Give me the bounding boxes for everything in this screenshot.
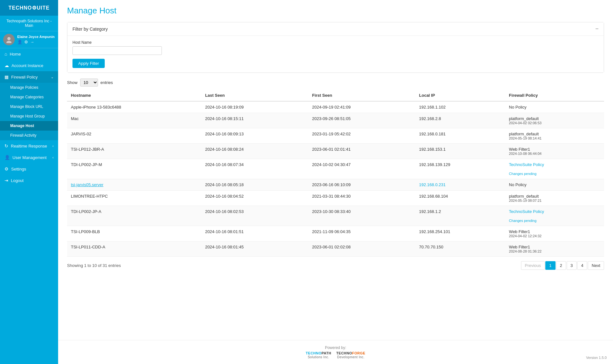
cell-local-ip: 70.70.70.150 — [415, 241, 505, 257]
host-name-label: Host Name — [72, 40, 599, 45]
cell-firewall-policy: platform_default2024-05-19 08:14:41 — [505, 128, 604, 144]
cell-firewall-policy: Web Filter12024-04-02 12:24:32 — [505, 226, 604, 241]
cell-local-ip: 192.168.254.101 — [415, 226, 505, 241]
sidebar-item-label: Settings — [11, 167, 26, 171]
version-text: Version 1.5.0 — [586, 356, 607, 360]
sidebar-item-realtime-response[interactable]: ↻ Realtime Response ‹ — [0, 140, 58, 152]
table-row: LIMONTREE-HTPC2024-10-16 08:04:522021-03… — [67, 191, 604, 206]
sidebar-item-label: Home — [10, 52, 21, 57]
cloud-icon: ☁ — [4, 63, 9, 68]
sidebar-item-settings[interactable]: ⚙ Settings — [0, 163, 58, 175]
sidebar-item-label: Logout — [11, 178, 24, 183]
settings-icon: ⚙ — [4, 166, 9, 171]
col-firewall-policy: Firewall Policy — [505, 90, 604, 101]
sidebar-item-firewall-policy[interactable]: ▦ Firewall Policy ⌄ — [0, 71, 58, 83]
cell-firewall-policy: platform_default2024-05-19 08:07:21 — [505, 191, 604, 206]
page-1-button[interactable]: 1 — [545, 261, 555, 270]
table-row: TSI-LP009-BLB2024-10-16 08:01:512021-11-… — [67, 226, 604, 241]
footer-logos: TECHNOPATH Solutions Inc. TECHNOFORGE De… — [63, 351, 608, 359]
cell-local-ip: 192.168.2.8 — [415, 113, 505, 128]
cell-local-ip: 192.168.153.1 — [415, 144, 505, 159]
table-body: Apple-iPhone 13-583c64882024-10-16 08:19… — [67, 101, 604, 257]
home-icon: ⌂ — [4, 51, 7, 57]
cell-first-seen: 2023-01-19 05:42:02 — [308, 128, 415, 144]
col-last-seen: Last Seen — [201, 90, 308, 101]
sidebar-item-manage-policies[interactable]: Manage Policies — [0, 83, 58, 92]
filter-body: Host Name Apply Filter — [67, 36, 604, 72]
entries-select[interactable]: 10 25 50 100 — [80, 79, 98, 87]
cell-hostname: LIMONTREE-HTPC — [67, 191, 201, 206]
cell-hostname: TSI-LP011-CDD-A — [67, 241, 201, 257]
cell-last-seen: 2024-10-16 08:15:11 — [201, 113, 308, 128]
cell-last-seen: 2024-10-16 08:01:51 — [201, 226, 308, 241]
user-info: Elaine Joyce Ampunin 👤 ⚙ → — [17, 35, 55, 44]
sidebar-item-label: Realtime Response — [11, 144, 47, 148]
cell-first-seen: 2023-06-01 02:01:41 — [308, 144, 415, 159]
cell-last-seen: 2024-10-16 08:05:18 — [201, 179, 308, 191]
user-settings-icon[interactable]: ⚙ — [24, 40, 28, 44]
cell-local-ip: 192.168.1.102 — [415, 101, 505, 113]
main-content: Manage Host Filter by Category − Host Na… — [58, 0, 613, 364]
col-hostname: Hostname — [67, 90, 201, 101]
page-2-button[interactable]: 2 — [556, 261, 566, 270]
cell-first-seen: 2021-11-09 06:04:35 — [308, 226, 415, 241]
sidebar-item-manage-host-group[interactable]: Manage Host Group — [0, 111, 58, 121]
cell-hostname[interactable]: tsi-jarvis05.server — [67, 179, 201, 191]
sidebar-item-account-instance[interactable]: ☁ Account Instance — [0, 60, 58, 71]
sidebar-item-firewall-activity[interactable]: Firewall Activity — [0, 131, 58, 140]
cell-hostname: Apple-iPhone 13-583c6488 — [67, 101, 201, 113]
page-header: Manage Host — [58, 0, 613, 19]
cell-first-seen: 2023-09-26 08:51:05 — [308, 113, 415, 128]
cell-firewall-policy: TechnoSuite PolicyChanges pending — [505, 159, 604, 179]
cell-firewall-policy: TechnoSuite PolicyChanges pending — [505, 206, 604, 226]
sidebar-item-home[interactable]: ⌂ Home — [0, 48, 58, 60]
cell-hostname: TDI-LP002-JP-A — [67, 206, 201, 226]
cell-last-seen: 2024-10-16 08:09:13 — [201, 128, 308, 144]
show-label: Show — [67, 80, 78, 85]
technopath-logo: TECHNOPATH Solutions Inc. — [306, 351, 331, 359]
apply-filter-button[interactable]: Apply Filter — [72, 59, 105, 68]
realtime-icon: ↻ — [4, 143, 8, 148]
pagination: Previous 1 2 3 4 Next — [521, 261, 604, 270]
cell-first-seen: 2023-10-30 08:33:40 — [308, 206, 415, 226]
firewall-submenu: Manage Policies Manage Categories Manage… — [0, 83, 58, 140]
cell-hostname: TSI-LP012-JBR-A — [67, 144, 201, 159]
user-logout-icon[interactable]: → — [30, 40, 34, 44]
page-3-button[interactable]: 3 — [567, 261, 577, 270]
cell-local-ip: 192.168.1.2 — [415, 206, 505, 226]
host-table: Hostname Last Seen First Seen Local IP F… — [67, 90, 604, 257]
col-local-ip: Local IP — [415, 90, 505, 101]
filter-header: Filter by Category − — [67, 22, 604, 36]
user-area: Elaine Joyce Ampunin 👤 ⚙ → — [0, 31, 58, 48]
cell-last-seen: 2024-10-16 08:07:34 — [201, 159, 308, 179]
host-name-input[interactable] — [72, 46, 162, 55]
sidebar-item-manage-block-url[interactable]: Manage Block URL — [0, 102, 58, 111]
logo-area: TECHNO⚙UITE — [0, 0, 58, 16]
user-person-icon[interactable]: 👤 — [17, 40, 22, 44]
cell-firewall-policy: No Policy — [505, 101, 604, 113]
collapse-button[interactable]: − — [595, 26, 599, 32]
cell-last-seen: 2024-10-16 08:04:52 — [201, 191, 308, 206]
sidebar-item-manage-host[interactable]: Manage Host — [0, 121, 58, 131]
sidebar: TECHNO⚙UITE Technopath Solutions Inc - M… — [0, 0, 58, 364]
page-title: Manage Host — [67, 6, 604, 16]
cell-hostname: TSI-LP009-BLB — [67, 226, 201, 241]
logo-text: TECHNO⚙UITE — [8, 5, 49, 11]
sidebar-item-user-management[interactable]: 👤 User Management ‹ — [0, 152, 58, 163]
sidebar-item-label: User Management — [12, 155, 47, 160]
sidebar-item-label: Firewall Policy — [11, 75, 38, 80]
cell-hostname: JARVIS-02 — [67, 128, 201, 144]
previous-button[interactable]: Previous — [521, 261, 545, 270]
content-area: Filter by Category − Host Name Apply Fil… — [58, 19, 613, 340]
table-footer: Showing 1 to 10 of 31 entries Previous 1… — [67, 261, 604, 270]
next-button[interactable]: Next — [588, 261, 604, 270]
table-header: Hostname Last Seen First Seen Local IP F… — [67, 90, 604, 101]
page-footer: Powered by: TECHNOPATH Solutions Inc. TE… — [58, 340, 613, 364]
table-row: JARVIS-022024-10-16 08:09:132023-01-19 0… — [67, 128, 604, 144]
page-4-button[interactable]: 4 — [577, 261, 587, 270]
sidebar-item-logout[interactable]: ⇥ Logout — [0, 175, 58, 186]
sidebar-item-manage-categories[interactable]: Manage Categories — [0, 92, 58, 102]
showing-text: Showing 1 to 10 of 31 entries — [67, 263, 121, 268]
table-row: tsi-jarvis05.server2024-10-16 08:05:1820… — [67, 179, 604, 191]
user-action-icons: 👤 ⚙ → — [17, 40, 55, 44]
